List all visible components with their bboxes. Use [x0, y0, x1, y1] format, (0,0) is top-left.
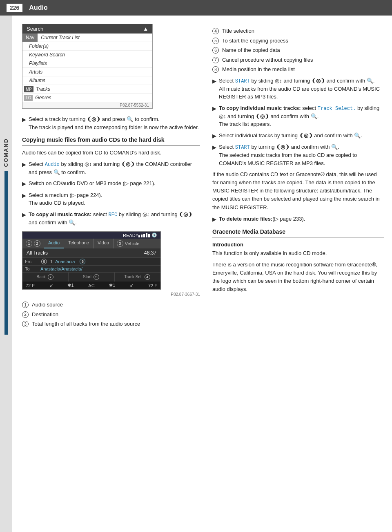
- dropdown-nav-label: Nav: [22, 34, 38, 42]
- bullet-text-r1: Select START by sliding ◎↕ and turning ❨…: [219, 77, 384, 101]
- nav-vehicle[interactable]: Vehicle: [125, 241, 139, 246]
- bar5: [148, 234, 150, 237]
- bottom-right-temp: 72 F: [148, 283, 157, 288]
- bullet-text-4: Select a medium (▷ page 224).The audio C…: [29, 191, 200, 207]
- badge-mp: MP: [24, 86, 33, 92]
- nav-telephone[interactable]: Telephone: [64, 239, 94, 248]
- bullet-select-track: ▶ Select a track by turning ❨◎❩ and pres…: [22, 115, 200, 131]
- right-column: 4 Title selection 5 To start the copying…: [208, 24, 392, 524]
- cd-screen-top: READY 💿: [22, 232, 160, 239]
- bar1: [138, 235, 140, 237]
- search-dropdown-ui: Search ▲ Nav Current Track List Folder(s…: [22, 24, 153, 109]
- section-body-copy: Audio files can be copied from CD to COM…: [22, 149, 200, 157]
- dropdown-lo-row: LO Genres: [22, 94, 152, 102]
- dropdown-item-genres[interactable]: Genres: [35, 94, 58, 102]
- cd-bottom-row: 72 F ↙ ✱1 AC ✱1 ↙ 72 F: [22, 282, 160, 289]
- cd-to-row: To Anastacia/Anastacia/: [22, 265, 160, 272]
- bullet-arrow-1: ▶: [22, 116, 26, 131]
- nav-audio[interactable]: Audio: [44, 239, 64, 248]
- bar3: [143, 234, 145, 237]
- start-code-1: START: [235, 78, 250, 84]
- btn-back[interactable]: Back 7: [22, 273, 69, 282]
- num-item-3: 3 Total length of all tracks from the au…: [22, 320, 200, 328]
- num-circle-3: 3: [22, 321, 29, 327]
- rnum-circle-5: 5: [212, 38, 219, 44]
- scroll-indicator: ▲: [143, 26, 148, 32]
- bar2: [141, 235, 143, 237]
- sidebar-label: COMAND: [3, 138, 9, 167]
- dropdown-item-folders[interactable]: Folder(s): [22, 42, 152, 51]
- bullet-select-start2: ▶ Select START by turning ❨◎❩ and confir…: [212, 143, 384, 167]
- nav-video[interactable]: Video: [94, 239, 114, 248]
- section-rule-2: [212, 237, 384, 237]
- rnum-item-8: 8 Media position in the media list: [212, 65, 384, 74]
- bullet-arrow-r2: ▶: [212, 105, 216, 128]
- rec-code: REC: [109, 212, 118, 218]
- num-list-right: 4 Title selection 5 To start the copying…: [212, 27, 384, 74]
- btn-track-sel[interactable]: Track Sel. 4: [115, 273, 160, 282]
- bullet-arrow-5: ▶: [22, 211, 26, 227]
- frc-data: Anastacia: [55, 259, 75, 264]
- bullet-text-r5: To delete music files:(▷ page 233).: [219, 215, 384, 224]
- bullet-arrow-r3: ▶: [212, 132, 216, 140]
- rnum-circle-7: 7: [212, 57, 219, 63]
- bottom-star1: ✱1: [67, 283, 74, 288]
- cd-nav-row: 1 2 Audio Telephone Video 3 Vehicle: [22, 239, 160, 248]
- dropdown-items: Folder(s) Keyword Search Playlists Artis…: [22, 42, 152, 102]
- bullet-select-audio: ▶ Select Audio by sliding ◎↕ and turning…: [22, 160, 200, 177]
- bullet-text-2: Select Audio by sliding ◎↕ and turning ❨…: [29, 160, 200, 177]
- rnum-item-6: 6 Name of the copied data: [212, 46, 384, 54]
- cd-icon: 💿: [151, 232, 157, 238]
- track-select-code: Track Select.: [318, 106, 356, 112]
- dropdown-current-track: Current Track List: [38, 34, 152, 42]
- all-tracks-label: All Tracks: [27, 250, 48, 256]
- bullet-copy-individual: ▶ To copy individual music tracks: selec…: [212, 104, 384, 128]
- bullet-copy-all: ▶ To copy all music tracks: select REC b…: [22, 210, 200, 227]
- bottom-left-temp: 72 F: [26, 283, 35, 288]
- frc-value: 1: [50, 259, 53, 264]
- start-code-2: START: [235, 145, 250, 150]
- num-list-left: 1 Audio source 2 Destination 3 Total len…: [22, 301, 200, 328]
- bottom-icon1: ↙: [49, 283, 53, 288]
- bullet-arrow-r5: ▶: [212, 215, 216, 224]
- page-header: 226 Audio: [0, 0, 392, 16]
- bullet-arrow-r1: ▶: [212, 77, 216, 101]
- rnum-circle-8: 8: [212, 66, 219, 73]
- circle-6: 6: [79, 259, 86, 264]
- dropdown-mp-row: MP Tracks: [22, 85, 152, 94]
- badge-lo: LO: [24, 95, 33, 101]
- rnum-text-8: Media position in the media list: [222, 65, 295, 74]
- num-circle-2: 2: [22, 311, 29, 318]
- copy-all-heading: To copy all music tracks:: [29, 211, 91, 217]
- page-title: Audio: [29, 4, 47, 11]
- delete-heading: To delete music files:: [219, 216, 272, 222]
- dropdown-item-tracks[interactable]: Tracks: [36, 85, 57, 93]
- dropdown-image-ref: P82.87-5552-31: [22, 102, 152, 108]
- num-circle-1: 1: [22, 302, 29, 308]
- bullet-text-5: To copy all music tracks: select REC by …: [29, 210, 200, 227]
- rnum-text-5: To start the copying process: [222, 37, 288, 45]
- dropdown-item-albums[interactable]: Albums: [22, 76, 152, 85]
- btn-start-label: Start: [83, 275, 91, 279]
- dropdown-item-artists[interactable]: Artists: [22, 68, 152, 76]
- btn-start[interactable]: Start 5: [69, 273, 115, 282]
- rnum-item-5: 5 To start the copying process: [212, 37, 384, 45]
- track-time: 48:37: [144, 250, 156, 256]
- num-item-1: 1 Audio source: [22, 301, 200, 309]
- cd-btn-row: Back 7 Start 5 Track Sel. 4: [22, 272, 160, 282]
- frc-label: Frc: [25, 259, 37, 264]
- num-text-3: Total length of all tracks from the audi…: [32, 320, 140, 328]
- sidebar: COMAND: [0, 16, 12, 532]
- main-content: Search ▲ Nav Current Track List Folder(s…: [12, 16, 392, 532]
- dropdown-nav-row: Nav Current Track List: [22, 34, 152, 42]
- bottom-icon2: ↙: [130, 283, 134, 288]
- intro-text-1: This function is only available in audio…: [212, 249, 384, 257]
- dropdown-item-playlists[interactable]: Playlists: [22, 59, 152, 68]
- dropdown-item-keyword[interactable]: Keyword Search: [22, 51, 152, 59]
- intro-text-2: There is a version of the music recognit…: [212, 261, 384, 294]
- bullet-select-individual: ▶ Select individual tracks by turning ❨◎…: [212, 132, 384, 140]
- btn-back-num: 7: [48, 274, 53, 280]
- cd-screen: READY 💿 1 2 Audio: [22, 231, 161, 290]
- copy-individual-heading: To copy individual music tracks:: [219, 105, 301, 111]
- section-rule-1: [22, 145, 200, 145]
